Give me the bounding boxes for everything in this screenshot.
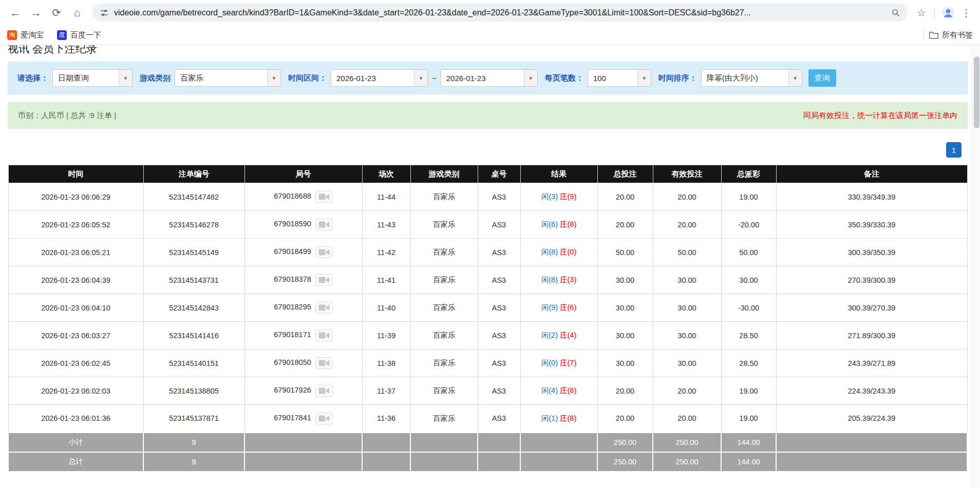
- column-header: 总派彩: [721, 165, 776, 183]
- cell-round: 679018499: [244, 239, 362, 266]
- cell-game-type: 百家乐: [410, 239, 478, 266]
- bookmark-star-icon[interactable]: ☆: [913, 4, 930, 22]
- chevron-down-icon[interactable]: ▼: [788, 70, 802, 86]
- cell-bet-id: 523145138805: [143, 377, 244, 405]
- cell-session: 11-44: [362, 183, 410, 211]
- cell-table-number: AS3: [478, 183, 520, 211]
- cell-round: 679018050: [244, 349, 362, 377]
- page-size-combobox[interactable]: 100 ▼: [588, 69, 651, 87]
- date-start-input[interactable]: 2026-01-23 ▼: [331, 69, 428, 87]
- result-banker: 庄(6): [560, 303, 576, 311]
- total-count: 9: [143, 452, 244, 472]
- total-bet-link[interactable]: 30.00: [597, 349, 653, 377]
- video-replay-button[interactable]: [315, 413, 333, 424]
- cell-round: 679017841: [244, 405, 362, 433]
- browser-menu-icon[interactable]: ⋮: [957, 4, 975, 22]
- total-bet-link[interactable]: 30.00: [597, 322, 653, 349]
- bookmark-taobao[interactable]: 淘 爱淘宝: [7, 30, 44, 40]
- search-button[interactable]: 查询: [808, 69, 836, 87]
- toolbar-divider: [934, 7, 935, 18]
- cell-note: 330.39/349.39: [776, 183, 967, 211]
- page-scrollbar[interactable]: [972, 45, 980, 487]
- cell-round: 679018171: [244, 322, 362, 349]
- total-bet-link[interactable]: 20.00: [597, 405, 653, 433]
- total-bet-link[interactable]: 20.00: [597, 211, 653, 239]
- video-replay-button[interactable]: [315, 219, 333, 230]
- chevron-down-icon[interactable]: ▼: [637, 70, 651, 86]
- result-player: 闲(4): [541, 386, 558, 395]
- profile-avatar[interactable]: [939, 4, 957, 22]
- subtotal-label: 小计: [8, 433, 143, 452]
- total-bet-link[interactable]: 20.00: [597, 183, 653, 211]
- chevron-down-icon[interactable]: ▼: [524, 70, 537, 86]
- total-bet-link[interactable]: 20.00: [597, 377, 653, 405]
- page-number-button[interactable]: 1: [946, 142, 962, 158]
- cell-payout: -30.00: [721, 294, 776, 322]
- cell-bet-id: 523145147482: [143, 183, 244, 211]
- address-bar[interactable]: videoie.com/game/betrecord_search/kind3?…: [92, 4, 908, 22]
- cell-session: 11-36: [362, 405, 410, 433]
- query-type-combobox[interactable]: 日期查询 ▼: [52, 69, 133, 87]
- total-payout: 144.00: [721, 452, 776, 472]
- scrollbar-thumb[interactable]: [974, 56, 979, 128]
- video-replay-button[interactable]: [315, 274, 333, 286]
- chevron-down-icon[interactable]: ▼: [119, 70, 132, 86]
- cell-session: 11-43: [362, 211, 410, 239]
- cell-round: 679018590: [244, 211, 362, 239]
- table-row: 2026-01-23 06:05:52 523145146278 6790185…: [8, 211, 967, 239]
- home-button[interactable]: ⌂: [67, 3, 87, 23]
- site-settings-icon[interactable]: [100, 8, 109, 17]
- chevron-down-icon[interactable]: ▼: [414, 70, 427, 86]
- zoom-icon[interactable]: [891, 8, 900, 17]
- empty-cell: [478, 433, 520, 452]
- cell-table-number: AS3: [478, 349, 520, 377]
- total-bet-link[interactable]: 30.00: [597, 266, 653, 294]
- total-total-bet: 250.00: [597, 452, 653, 472]
- table-row: 2026-01-23 06:03:27 523145141416 6790181…: [8, 322, 967, 349]
- reload-button[interactable]: ⟳: [46, 3, 67, 23]
- page-size-label: 每页笔数：: [545, 73, 583, 83]
- cell-result: 闲(9) 庄(6): [520, 294, 597, 322]
- total-bet-link[interactable]: 30.00: [597, 294, 653, 322]
- column-header: 总投注: [597, 165, 653, 183]
- round-number: 679017841: [274, 414, 311, 422]
- video-replay-button[interactable]: [315, 329, 333, 341]
- cell-result: 闲(0) 庄(7): [520, 349, 597, 377]
- chevron-down-icon[interactable]: ▼: [267, 70, 280, 86]
- all-bookmarks-button[interactable]: 所有书签: [929, 30, 973, 40]
- bookmark-baidu[interactable]: 度 百度一下: [57, 30, 101, 40]
- summary-bar: 币别：人民币 | 总共 :9 注单 | 同局有效投注，统一计算在该局第一张注单内: [8, 102, 968, 129]
- result-banker: 庄(0): [560, 248, 576, 256]
- cell-round: 679017926: [244, 377, 362, 405]
- result-player: 闲(2): [541, 331, 558, 339]
- sort-order-value: 降幂(由大到小): [702, 70, 788, 86]
- bookmarks-divider: [924, 30, 924, 40]
- empty-cell: [244, 433, 362, 452]
- video-replay-button[interactable]: [315, 302, 333, 314]
- video-replay-button[interactable]: [315, 191, 333, 203]
- cell-game-type: 百家乐: [410, 377, 478, 405]
- empty-cell: [362, 433, 410, 452]
- sort-order-combobox[interactable]: 降幂(由大到小) ▼: [701, 69, 802, 87]
- date-end-input[interactable]: 2026-01-23 ▼: [441, 69, 538, 87]
- browser-chrome: ← → ⟳ ⌂ videoie.com/game/betrecord_searc…: [0, 0, 980, 45]
- total-bet-link[interactable]: 50.00: [597, 239, 653, 266]
- column-header: 时间: [8, 165, 143, 183]
- video-replay-button[interactable]: [315, 385, 333, 397]
- cell-bet-id: 523145140151: [143, 349, 244, 377]
- empty-cell: [478, 452, 520, 472]
- forward-button[interactable]: →: [26, 3, 46, 23]
- cell-table-number: AS3: [478, 294, 520, 322]
- round-number: 679018171: [274, 330, 311, 339]
- cell-round: 679018688: [244, 183, 362, 211]
- game-type-combobox[interactable]: 百家乐 ▼: [175, 69, 281, 87]
- subtotal-row: 小计 9 250.00 250.00 144.00: [8, 433, 967, 452]
- column-header: 场次: [362, 165, 410, 183]
- back-button[interactable]: ←: [5, 3, 26, 23]
- video-replay-button[interactable]: [315, 246, 333, 258]
- cell-time: 2026-01-23 06:05:52: [8, 211, 143, 239]
- cell-payout: 19.00: [721, 405, 776, 433]
- table-row: 2026-01-23 06:01:36 523145137871 6790178…: [8, 405, 967, 433]
- video-replay-button[interactable]: [315, 357, 333, 369]
- cell-valid-bet: 20.00: [653, 377, 721, 405]
